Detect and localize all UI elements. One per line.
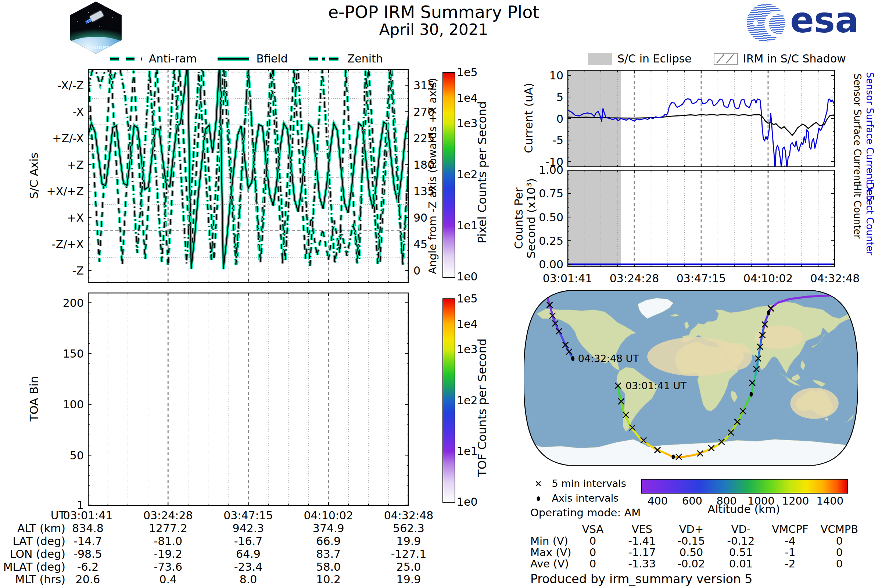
tof-cb-tick: 1e1 [457, 444, 478, 457]
sc-ytick-label: -Z [72, 264, 84, 277]
tof-cb-tick: 1e4 [457, 318, 478, 330]
eph-value: 03:24:28 [143, 509, 193, 522]
sensor-surface-current-label: Sensor Surface Current [852, 74, 863, 184]
tof-cb-tick: 1e0 [457, 495, 478, 508]
volt-value: 0 [836, 535, 843, 547]
eph-value: 1277.2 [149, 522, 188, 535]
volt-value: -1.41 [628, 535, 656, 547]
volt-col-header: VES [632, 523, 652, 536]
eph-value: 25.0 [396, 560, 421, 573]
volt-value: 0 [590, 535, 596, 547]
volt-value: -2 [785, 558, 796, 570]
volt-row-label: Ave (V) [530, 558, 569, 570]
hit-counter-label: Hit Counter [852, 184, 863, 238]
alt-cb-tick: 1000 [747, 495, 775, 507]
angle-ytick-label: 45 [413, 238, 428, 250]
detect-counter-label: Detect Counter [864, 182, 875, 255]
pixel-colorbar [442, 72, 455, 278]
eph-value: 8.0 [240, 573, 257, 586]
eph-value: 04:10:02 [303, 509, 353, 522]
eph-value: 562.3 [393, 522, 424, 535]
pixel-cb-tick: 1e5 [457, 66, 478, 79]
sc-axis-plot [88, 69, 409, 283]
eph-row-label: LAT (deg) [13, 535, 65, 548]
current-ytick-label: -5 [552, 134, 563, 147]
toa-ytick-label: 150 [63, 347, 84, 360]
irm-summary-page: CASSIOPE e-POP IRM Summary Plot April 30… [0, 0, 882, 588]
legend-label-eclipse: S/C in Eclipse [617, 52, 692, 65]
eph-value: 04:32:48 [384, 509, 434, 522]
sc-ytick-label: +Z [67, 158, 84, 171]
alt-cb-tick: 800 [716, 495, 736, 507]
x-marker-icon [535, 480, 543, 488]
volt-col-header: VD- [731, 523, 751, 536]
counts-ytick-label: 1.00 [539, 164, 563, 176]
sc-ytick-label: +Z/-X [52, 132, 84, 145]
current-ytick-label: 5 [556, 90, 563, 103]
map-legend-axis: Axis intervals [535, 492, 618, 504]
volt-value: 0.01 [729, 558, 753, 570]
counts-plot [567, 170, 835, 267]
counts-ytick-label: 0.00 [539, 258, 563, 271]
legend-item-bfield: Bfield [216, 52, 287, 65]
time-tick-label: 03:47:15 [676, 272, 726, 285]
volt-value: 0 [590, 558, 596, 570]
sc-axis-ylabel: S/C Axis [28, 120, 40, 231]
sc-axis-legend: Anti-ram Bfield Zenith [108, 52, 383, 65]
current-ytick-label: 10 [549, 69, 563, 82]
counts-ytick-label: 0.50 [539, 211, 563, 224]
eph-row-label: ALT (km) [17, 522, 65, 535]
angle-ytick-label: 0 [413, 264, 420, 277]
eclipse-swatch-icon [588, 53, 612, 64]
eph-value: 0.4 [159, 573, 177, 586]
volt-value: 0.51 [729, 546, 753, 559]
page-date: April 30, 2021 [228, 21, 639, 39]
alt-cb-tick: 1200 [782, 495, 809, 507]
map-legend-5min-label: 5 min intervals [552, 478, 626, 489]
map-legend-axis-label: Axis intervals [552, 492, 619, 504]
legend-item-shadow: IRM in S/C Shadow [714, 52, 846, 65]
angle-ytick-label: 90 [413, 212, 428, 224]
pixel-cb-tick: 1e3 [457, 117, 478, 130]
map-content: 03:01:41 UT04:32:48 UT [524, 290, 858, 466]
volt-value: -0.02 [677, 558, 705, 570]
eph-value: -14.7 [74, 535, 102, 548]
eph-value: -73.6 [154, 560, 182, 573]
toa-ylabel: TOA Bin [28, 362, 40, 435]
eph-value: 20.6 [76, 573, 100, 586]
volt-value: 0 [836, 558, 843, 570]
legend-label-zenith: Zenith [347, 52, 383, 65]
toa-ytick-label: 200 [63, 296, 84, 309]
time-tick-label: 03:24:28 [610, 272, 659, 285]
sc-ytick-label: +X/+Z [46, 185, 84, 198]
tof-cb-tick: 1e2 [457, 394, 478, 406]
eph-value: 374.9 [313, 522, 344, 535]
altitude-colorbar-label: Altitude (km) [641, 503, 846, 516]
eph-row-label: LON (deg) [10, 548, 65, 560]
current-ylabel: Current (uA) [522, 63, 535, 173]
patch-hexagon: CASSIOPE [68, 2, 124, 54]
angle-ytick-label: 225 [413, 132, 434, 145]
volt-value: -1.17 [628, 546, 656, 559]
antiram-dashed-swatch-icon [108, 52, 144, 65]
volt-col-header: VCMPB [820, 523, 858, 536]
alt-cb-tick: 600 [682, 495, 702, 507]
volt-col-header: VSA [582, 523, 604, 536]
sc-ytick-label: -Z/+X [52, 238, 84, 250]
eph-value: 10.2 [316, 573, 340, 586]
esa-logo: esa [747, 2, 879, 44]
tof-cb-tick: 1e5 [457, 292, 478, 305]
legend-item-antiram: Anti-ram [108, 52, 196, 65]
legend-label-shadow: IRM in S/C Shadow [743, 52, 846, 65]
eph-value: 83.7 [316, 548, 340, 560]
eph-value: 19.9 [396, 573, 421, 586]
angle-right-ylabel: Angle from -Z axis (towards +X axis) [426, 73, 439, 279]
ground-track-map: 03:01:41 UT04:32:48 UT [524, 290, 858, 466]
pixel-cb-tick: 1e2 [457, 168, 478, 181]
eph-value: -81.0 [154, 535, 182, 548]
eph-value: 58.0 [316, 560, 340, 573]
patch-label: CASSIOPE [68, 45, 123, 50]
volt-value: 0.50 [680, 546, 704, 559]
angle-ytick-label: 135 [413, 185, 434, 198]
volt-value: 0 [590, 546, 596, 559]
